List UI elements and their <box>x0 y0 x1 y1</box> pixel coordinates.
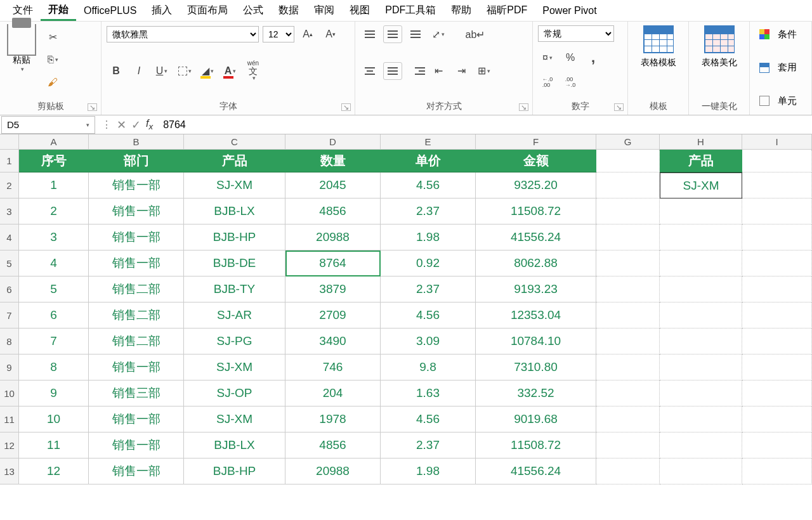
empty-cell[interactable] <box>742 198 812 224</box>
data-cell[interactable]: 销售一部 <box>89 354 184 380</box>
col-header-A[interactable]: A <box>19 134 89 150</box>
data-cell[interactable]: 4856 <box>285 198 381 224</box>
row-header[interactable]: 13 <box>0 458 19 484</box>
wrap-text-button[interactable]: ab↵ <box>466 25 485 43</box>
empty-cell[interactable] <box>596 224 660 250</box>
row-header[interactable]: 11 <box>0 406 19 432</box>
dialog-launcher-align[interactable]: ↘ <box>519 103 528 111</box>
data-cell[interactable]: 0.92 <box>381 250 476 276</box>
data-cell[interactable]: 销售二部 <box>89 328 184 354</box>
menu-powerpivot[interactable]: Power Pivot <box>535 3 604 19</box>
data-cell[interactable]: 9019.68 <box>476 406 596 432</box>
empty-cell[interactable] <box>742 458 812 484</box>
font-name-select[interactable]: 微软雅黑 <box>107 26 259 42</box>
increase-indent-button[interactable]: ⇥ <box>452 62 471 80</box>
data-cell[interactable]: 9193.23 <box>476 276 596 302</box>
data-cell[interactable]: 4.56 <box>381 172 476 198</box>
cells-area[interactable]: 序号 部门 产品 数量 单价 金额 产品 1销售一部SJ-XM20454.569… <box>19 150 812 484</box>
empty-cell[interactable] <box>596 250 660 276</box>
data-cell[interactable]: 10 <box>19 406 89 432</box>
cancel-formula-button[interactable]: ✕ <box>117 118 126 132</box>
data-cell[interactable]: 1.63 <box>381 380 476 406</box>
menu-view[interactable]: 视图 <box>342 1 377 20</box>
data-cell[interactable]: 销售二部 <box>89 276 184 302</box>
row-header[interactable]: 5 <box>0 250 19 276</box>
row-header[interactable]: 10 <box>0 380 19 406</box>
align-top-button[interactable] <box>360 25 379 43</box>
increase-decimal-button[interactable]: ←.0.00 <box>538 74 557 91</box>
data-cell[interactable]: 4.56 <box>381 302 476 328</box>
dialog-launcher-number[interactable]: ↘ <box>614 103 624 111</box>
formula-more-button[interactable]: ⋮ <box>102 119 112 131</box>
side-value-cell[interactable]: SJ-XM <box>660 172 742 198</box>
data-cell[interactable]: BJB-LX <box>184 198 285 224</box>
data-cell[interactable]: 7 <box>19 328 89 354</box>
empty-cell[interactable] <box>660 250 742 276</box>
data-cell[interactable]: 11 <box>19 432 89 458</box>
row-header[interactable]: 6 <box>0 276 19 302</box>
menu-home[interactable]: 开始 <box>41 1 76 21</box>
data-cell[interactable]: BJB-HP <box>184 224 285 250</box>
data-cell[interactable]: SJ-XM <box>184 354 285 380</box>
data-cell[interactable]: 2709 <box>285 302 381 328</box>
empty-cell[interactable] <box>742 354 812 380</box>
data-cell[interactable]: 2 <box>19 198 89 224</box>
menu-insert[interactable]: 插入 <box>144 1 180 20</box>
menu-pdftoolbox[interactable]: PDF工具箱 <box>377 1 443 20</box>
table-header-index[interactable]: 序号 <box>19 150 89 172</box>
phonetic-button[interactable]: wén文▾ <box>244 62 263 80</box>
data-cell[interactable]: 11508.72 <box>476 198 596 224</box>
data-cell[interactable]: 1.98 <box>381 224 476 250</box>
empty-cell[interactable] <box>742 250 812 276</box>
data-cell[interactable]: 销售一部 <box>89 406 184 432</box>
row-header[interactable]: 7 <box>0 302 19 328</box>
table-header-amount[interactable]: 金额 <box>476 150 596 172</box>
enter-formula-button[interactable]: ✓ <box>131 118 141 132</box>
cond-format-button[interactable] <box>755 25 774 43</box>
data-cell[interactable]: 销售一部 <box>89 198 184 224</box>
data-cell[interactable]: BJB-LX <box>184 432 285 458</box>
empty-cell[interactable] <box>596 406 660 432</box>
data-cell[interactable]: 20988 <box>285 224 381 250</box>
empty-cell[interactable] <box>660 354 742 380</box>
menu-foxitpdf[interactable]: 福昕PDF <box>479 1 535 20</box>
empty-cell[interactable] <box>660 276 742 302</box>
table-header-price[interactable]: 单价 <box>381 150 476 172</box>
col-header-F[interactable]: F <box>476 134 596 150</box>
data-cell[interactable]: 12 <box>19 458 89 484</box>
percent-button[interactable]: % <box>561 49 580 67</box>
data-cell[interactable]: 销售一部 <box>89 172 184 198</box>
data-cell[interactable]: 5 <box>19 276 89 302</box>
font-size-select[interactable]: 12 <box>263 26 294 42</box>
data-cell[interactable]: 8 <box>19 354 89 380</box>
dialog-launcher-clipboard[interactable]: ↘ <box>88 103 97 111</box>
empty-cell[interactable] <box>596 198 660 224</box>
data-cell[interactable]: 销售二部 <box>89 302 184 328</box>
data-cell[interactable]: 2.37 <box>381 198 476 224</box>
cell-styles-button[interactable] <box>755 92 774 110</box>
empty-cell[interactable] <box>596 302 660 328</box>
data-cell[interactable]: SJ-XM <box>184 406 285 432</box>
data-cell[interactable]: 7310.80 <box>476 354 596 380</box>
data-cell[interactable]: SJ-XM <box>184 172 285 198</box>
align-middle-button[interactable] <box>383 25 402 43</box>
format-painter-button[interactable]: 🖌 <box>43 74 62 91</box>
table-header-product[interactable]: 产品 <box>184 150 285 172</box>
align-right-button[interactable] <box>406 62 425 80</box>
empty-cell[interactable] <box>596 458 660 484</box>
empty-cell[interactable] <box>660 224 742 250</box>
empty-cell[interactable] <box>742 172 812 198</box>
data-cell[interactable]: 销售三部 <box>89 380 184 406</box>
border-button[interactable]: ▾ <box>175 62 194 80</box>
data-cell[interactable]: 3.09 <box>381 328 476 354</box>
data-cell[interactable]: 3 <box>19 224 89 250</box>
col-header-I[interactable]: I <box>742 134 812 150</box>
empty-cell[interactable] <box>742 328 812 354</box>
data-cell[interactable]: BJB-HP <box>184 458 285 484</box>
data-cell[interactable]: 3490 <box>285 328 381 354</box>
data-cell[interactable]: 1 <box>19 172 89 198</box>
empty-cell[interactable] <box>596 354 660 380</box>
col-header-G[interactable]: G <box>596 134 660 150</box>
formula-input[interactable] <box>158 116 812 134</box>
data-cell[interactable]: SJ-OP <box>184 380 285 406</box>
